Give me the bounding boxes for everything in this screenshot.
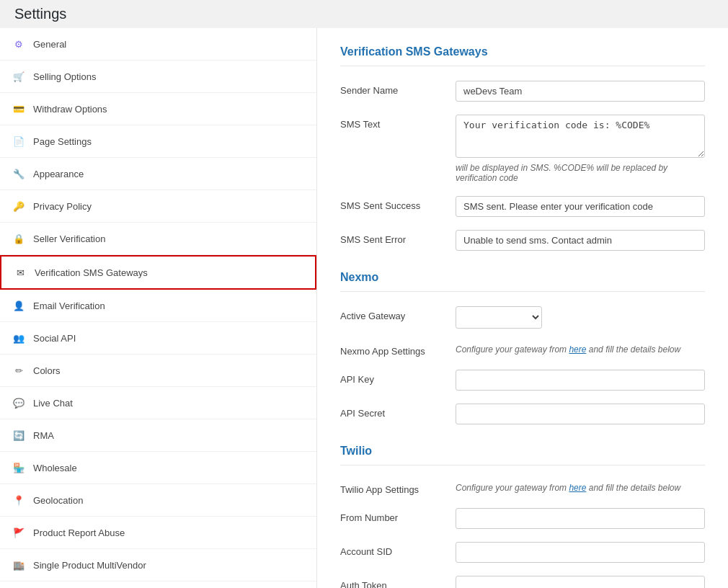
wholesale-icon: 🏪	[12, 460, 26, 475]
layout: ⚙General🛒Selling Options💳Withdraw Option…	[0, 28, 728, 588]
sidebar-label-withdraw-options: Withdraw Options	[33, 104, 107, 115]
sms-success-control	[456, 196, 705, 217]
colors-icon: ✏	[12, 363, 26, 378]
auth-token-control	[456, 576, 705, 588]
twilio-title: Twilio	[340, 445, 705, 466]
sidebar-item-verification-sms[interactable]: ✉Verification SMS Gateways	[0, 255, 316, 290]
api-key-row: API Key	[340, 370, 705, 391]
account-sid-input[interactable]	[456, 542, 705, 563]
sidebar-item-social-api[interactable]: 👥Social API	[0, 322, 316, 355]
seller-verification-icon: 🔒	[12, 231, 26, 246]
account-sid-label: Account SID	[340, 542, 456, 557]
single-product-icon: 🏬	[12, 558, 26, 572]
nexmo-app-settings-label: Nexmo App Settings	[340, 342, 456, 357]
sidebar-label-single-product: Single Product MultiVendor	[33, 560, 146, 571]
api-secret-row: API Secret	[340, 404, 705, 424]
sidebar-item-selling-options[interactable]: 🛒Selling Options	[0, 61, 316, 93]
auth-token-row: Auth Token	[340, 576, 705, 588]
sidebar-item-seller-verification[interactable]: 🔒Seller Verification	[0, 223, 316, 255]
sms-error-control	[456, 230, 705, 251]
twilio-app-settings-hint: Configure your gateway from here and fil…	[456, 483, 705, 493]
sender-name-row: Sender Name	[340, 81, 705, 102]
nexmo-app-settings-hint: Configure your gateway from here and fil…	[456, 344, 705, 355]
active-gateway-row: Active Gateway	[340, 306, 705, 329]
from-number-input[interactable]	[456, 508, 705, 529]
sidebar-item-withdraw-options[interactable]: 💳Withdraw Options	[0, 93, 316, 125]
withdraw-options-icon: 💳	[12, 102, 26, 116]
sender-name-control	[456, 81, 705, 102]
sidebar-item-page-settings[interactable]: 📄Page Settings	[0, 125, 316, 158]
api-secret-input[interactable]	[456, 404, 705, 424]
sidebar-label-email-verification: Email Verification	[33, 300, 105, 311]
sidebar-item-geolocation[interactable]: 📍Geolocation	[0, 484, 316, 517]
geolocation-icon: 📍	[12, 493, 26, 507]
account-sid-control	[456, 542, 705, 563]
verification-sms-icon: ✉	[13, 265, 27, 280]
sms-text-label: SMS Text	[340, 115, 456, 130]
privacy-policy-icon: 🔑	[12, 199, 26, 213]
sidebar-item-wholesale[interactable]: 🏪Wholesale	[0, 452, 316, 484]
api-key-input[interactable]	[456, 370, 705, 391]
sms-text-hint: will be displayed in SMS. %CODE% will be…	[456, 163, 705, 183]
twilio-section: Twilio Twilio App Settings Configure you…	[340, 445, 705, 588]
from-number-label: From Number	[340, 508, 456, 523]
sidebar-label-colors: Colors	[33, 365, 61, 376]
sidebar-label-selling-options: Selling Options	[33, 71, 96, 82]
sender-name-label: Sender Name	[340, 81, 456, 96]
sender-name-input[interactable]	[456, 81, 705, 102]
nexmo-section: Nexmo Active Gateway Nexmo App Settings …	[340, 271, 705, 424]
account-sid-row: Account SID	[340, 542, 705, 563]
active-gateway-label: Active Gateway	[340, 306, 456, 321]
active-gateway-select[interactable]	[456, 306, 542, 329]
twilio-app-settings-label: Twilio App Settings	[340, 480, 456, 495]
sidebar-item-live-chat[interactable]: 💬Live Chat	[0, 387, 316, 419]
sidebar-item-product-report[interactable]: 🚩Product Report Abuse	[0, 517, 316, 549]
from-number-control	[456, 508, 705, 529]
sidebar-label-wholesale: Wholesale	[33, 463, 77, 473]
sms-success-label: SMS Sent Success	[340, 196, 456, 211]
sms-text-control: will be displayed in SMS. %CODE% will be…	[456, 115, 705, 183]
sidebar-item-rma[interactable]: 🔄RMA	[0, 419, 316, 452]
rma-icon: 🔄	[12, 428, 26, 442]
sidebar-label-verification-sms: Verification SMS Gateways	[35, 267, 148, 278]
sidebar-item-colors[interactable]: ✏Colors	[0, 355, 316, 387]
auth-token-label: Auth Token	[340, 576, 456, 588]
live-chat-icon: 💬	[12, 396, 26, 410]
nexmo-title: Nexmo	[340, 271, 705, 292]
api-secret-label: API Secret	[340, 404, 456, 419]
general-icon: ⚙	[12, 37, 26, 51]
twilio-here-link[interactable]: here	[569, 483, 586, 493]
sidebar-label-seller-verification: Seller Verification	[33, 233, 105, 244]
nexmo-here-link[interactable]: here	[569, 344, 586, 355]
sms-success-row: SMS Sent Success	[340, 196, 705, 217]
page-settings-icon: 📄	[12, 134, 26, 148]
sidebar-item-privacy-policy[interactable]: 🔑Privacy Policy	[0, 190, 316, 223]
email-verification-icon: 👤	[12, 298, 26, 313]
active-gateway-control	[456, 306, 705, 329]
auth-token-input[interactable]	[456, 576, 705, 588]
product-report-icon: 🚩	[12, 525, 26, 540]
page-title: Settings	[0, 0, 728, 28]
sidebar: ⚙General🛒Selling Options💳Withdraw Option…	[0, 28, 317, 588]
from-number-row: From Number	[340, 508, 705, 529]
api-secret-control	[456, 404, 705, 424]
sidebar-item-general[interactable]: ⚙General	[0, 28, 316, 61]
social-api-icon: 👥	[12, 331, 26, 345]
sms-error-row: SMS Sent Error	[340, 230, 705, 251]
twilio-app-settings-row: Twilio App Settings Configure your gatew…	[340, 480, 705, 495]
sidebar-item-email-verification[interactable]: 👤Email Verification	[0, 290, 316, 322]
section1-title: Verification SMS Gateways	[340, 45, 705, 66]
nexmo-app-settings-control: Configure your gateway from here and fil…	[456, 342, 705, 355]
api-key-control	[456, 370, 705, 391]
sms-error-input[interactable]	[456, 230, 705, 251]
sidebar-label-product-report: Product Report Abuse	[33, 527, 125, 538]
sms-error-label: SMS Sent Error	[340, 230, 456, 245]
sms-success-input[interactable]	[456, 196, 705, 217]
sidebar-label-general: General	[33, 39, 66, 50]
sidebar-item-appearance[interactable]: 🔧Appearance	[0, 158, 316, 190]
sidebar-item-single-product[interactable]: 🏬Single Product MultiVendor	[0, 549, 316, 582]
sidebar-label-privacy-policy: Privacy Policy	[33, 201, 92, 212]
sidebar-label-geolocation: Geolocation	[33, 495, 83, 506]
sidebar-label-live-chat: Live Chat	[33, 398, 73, 409]
sms-text-input[interactable]	[456, 115, 705, 158]
